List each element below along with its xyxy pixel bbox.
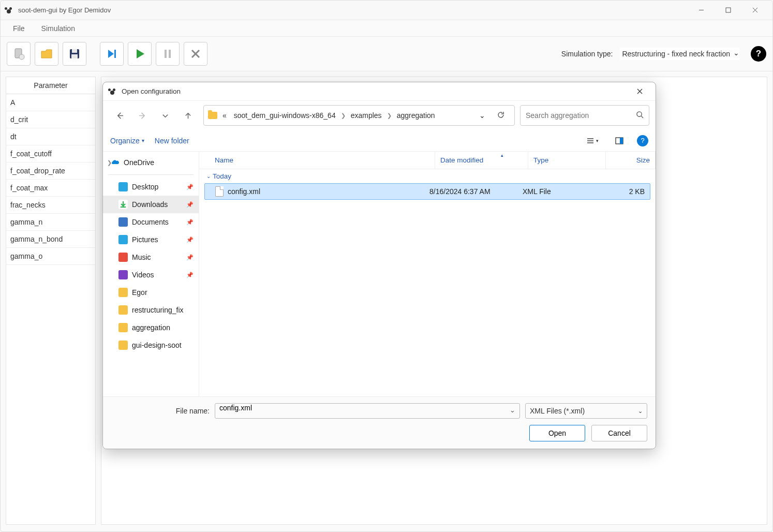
dialog-close-button[interactable] — [629, 84, 650, 99]
search-icon — [636, 111, 644, 120]
chevron-down-icon: ⌄ — [206, 173, 211, 179]
play-button[interactable] — [128, 42, 152, 66]
toolbar: Simulation type: Restructuring - fixed n… — [1, 37, 772, 71]
folder-icon — [118, 288, 128, 297]
parameter-row[interactable]: frac_necks — [6, 197, 95, 214]
save-file-button[interactable] — [63, 42, 86, 66]
new-file-button[interactable] — [7, 42, 31, 66]
sim-type-select[interactable]: Restructuring - fixed neck fraction — [620, 48, 739, 60]
search-input[interactable] — [526, 111, 636, 120]
refresh-button[interactable] — [492, 111, 510, 121]
menu-file[interactable]: File — [5, 22, 33, 35]
nav-up-button[interactable] — [177, 105, 198, 126]
maximize-button[interactable] — [715, 1, 741, 20]
parameter-row[interactable]: A — [6, 94, 95, 111]
titlebar: soot-dem-gui by Egor Demidov — [1, 1, 772, 20]
open-button[interactable]: Open — [529, 425, 585, 441]
svg-rect-8 — [72, 49, 77, 53]
parameter-row[interactable]: d_crit — [6, 111, 95, 128]
open-file-dialog: Open configuration « soot_dem_gui-window… — [102, 82, 656, 449]
file-type: XML File — [523, 187, 600, 196]
svg-rect-11 — [114, 50, 116, 58]
search-box[interactable] — [520, 105, 649, 126]
folder-icon — [118, 182, 128, 191]
address-dropdown-button[interactable]: ⌄ — [476, 111, 488, 120]
sidebar-item-egor[interactable]: Egor — [103, 284, 199, 301]
folder-icon — [118, 305, 128, 315]
nav-recent-button[interactable] — [155, 105, 175, 126]
file-list-area: Name Date modified▴ Type Size ⌄ Today co… — [199, 152, 656, 396]
filename-input[interactable]: config.xml — [215, 403, 520, 419]
preview-pane-button[interactable] — [612, 135, 627, 147]
pin-icon: 📌 — [186, 201, 194, 208]
parameter-row[interactable]: dt — [6, 128, 95, 145]
col-header-size[interactable]: Size — [606, 152, 656, 169]
new-folder-button[interactable]: New folder — [155, 137, 189, 145]
svg-rect-13 — [165, 50, 167, 58]
sidebar-item-aggregation[interactable]: aggregation — [103, 319, 199, 336]
parameter-row[interactable]: gamma_o — [6, 248, 95, 265]
col-header-name[interactable]: Name — [199, 152, 435, 169]
parameter-panel: Parameter Ad_critdtf_coat_cutofff_coat_d… — [6, 77, 96, 525]
stop-button[interactable] — [184, 42, 207, 66]
chevron-right-icon: ❯ — [387, 112, 392, 119]
help-button[interactable]: ? — [751, 46, 766, 62]
folder-icon — [118, 217, 128, 227]
sidebar-item-gui-design-soot[interactable]: gui-design-soot — [103, 336, 199, 354]
file-date: 8/16/2024 6:37 AM — [429, 187, 523, 196]
dialog-command-bar: Organize▾ New folder ▾ ? — [103, 130, 656, 152]
parameter-row[interactable]: f_coat_drop_rate — [6, 162, 95, 180]
sidebar-item-label: Pictures — [132, 235, 158, 244]
breadcrumb-ellipsis[interactable]: « — [220, 110, 229, 121]
menu-simulation[interactable]: Simulation — [33, 22, 83, 35]
chevron-down-icon: ▾ — [596, 138, 599, 143]
sidebar-item-label: Documents — [132, 218, 169, 226]
parameter-row[interactable]: gamma_n — [6, 214, 95, 231]
folder-icon — [118, 270, 128, 279]
sidebar-item-desktop[interactable]: Desktop📌 — [103, 178, 199, 196]
sidebar-item-documents[interactable]: Documents📌 — [103, 213, 199, 231]
folder-icon — [118, 235, 128, 244]
sidebar-item-label: Videos — [132, 271, 154, 279]
sidebar-item-videos[interactable]: Videos📌 — [103, 266, 199, 284]
parameter-row[interactable]: f_coat_cutoff — [6, 145, 95, 162]
breadcrumb-seg-2[interactable]: examples — [349, 110, 384, 121]
filename-row: File name: config.xml XML Files (*.xml)⌄ — [111, 403, 647, 419]
address-bar[interactable]: « soot_dem_gui-windows-x86_64 ❯ examples… — [203, 105, 515, 126]
col-header-date[interactable]: Date modified▴ — [435, 152, 528, 169]
svg-rect-25 — [620, 138, 623, 144]
minimize-button[interactable] — [688, 1, 715, 20]
breadcrumb-seg-3[interactable]: aggregation — [395, 110, 437, 121]
sidebar-item-downloads[interactable]: Downloads📌 — [103, 196, 199, 213]
file-group-today[interactable]: ⌄ Today — [199, 169, 656, 183]
file-icon — [215, 186, 224, 197]
view-mode-button[interactable]: ▾ — [583, 135, 602, 147]
breadcrumb-seg-1[interactable]: soot_dem_gui-windows-x86_64 — [232, 110, 338, 121]
open-file-button[interactable] — [35, 42, 58, 66]
close-button[interactable] — [741, 1, 768, 20]
pause-button[interactable] — [156, 42, 180, 66]
sidebar-item-onedrive[interactable]: ❯ OneDrive — [103, 154, 199, 171]
nav-back-button[interactable] — [109, 105, 130, 126]
parameter-row[interactable]: gamma_n_bond — [6, 231, 95, 248]
pin-icon: 📌 — [186, 272, 194, 278]
svg-rect-14 — [169, 50, 171, 58]
sidebar-item-music[interactable]: Music📌 — [103, 248, 199, 266]
col-header-type[interactable]: Type — [528, 152, 606, 169]
file-list-header: Name Date modified▴ Type Size — [199, 152, 656, 169]
parameter-row[interactable]: f_coat_max — [6, 180, 95, 197]
step-button[interactable] — [100, 42, 124, 66]
svg-line-20 — [641, 116, 643, 118]
file-row[interactable]: config.xml8/16/2024 6:37 AMXML File2 KB — [204, 183, 650, 200]
sidebar-item-pictures[interactable]: Pictures📌 — [103, 231, 199, 248]
organize-button[interactable]: Organize▾ — [110, 137, 144, 145]
dialog-nav: « soot_dem_gui-windows-x86_64 ❯ examples… — [103, 101, 656, 130]
nav-forward-button[interactable] — [132, 105, 153, 126]
pin-icon: 📌 — [186, 254, 194, 261]
sidebar-item-restructuring-fix[interactable]: restructuring_fix — [103, 301, 199, 319]
chevron-down-icon: ▾ — [142, 138, 144, 143]
svg-rect-9 — [71, 54, 78, 58]
cancel-button[interactable]: Cancel — [591, 425, 647, 441]
dialog-help-button[interactable]: ? — [637, 135, 648, 146]
filetype-select[interactable]: XML Files (*.xml)⌄ — [525, 403, 647, 419]
